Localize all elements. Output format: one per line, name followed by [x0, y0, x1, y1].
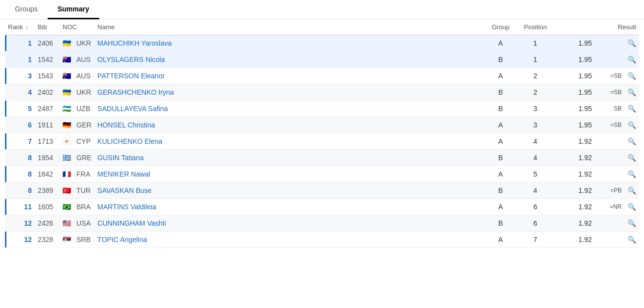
col-header-noc: NOC: [60, 19, 94, 35]
col-header-rank: Rank ↑: [5, 19, 35, 35]
name-cell[interactable]: HONSEL Christina: [94, 117, 486, 133]
result-cell: 1.92: [555, 150, 595, 166]
note-cell: [595, 215, 625, 232]
noc-cell: 🇨🇾 CYP: [60, 133, 94, 150]
detail-icon[interactable]: 🔍: [625, 150, 639, 166]
flag-cyp: 🇨🇾: [63, 137, 74, 145]
bib-cell: 1543: [35, 68, 60, 84]
detail-icon[interactable]: 🔍: [625, 68, 639, 84]
group-cell: B: [486, 84, 515, 101]
result-cell: 1.95: [555, 35, 595, 52]
flag-usa: 🇺🇸: [63, 219, 74, 227]
position-cell: 1: [515, 52, 555, 68]
position-cell: 1: [515, 35, 555, 52]
rank-cell: 3: [5, 68, 35, 84]
rank-cell: 4: [5, 84, 35, 101]
rank-cell: 5: [5, 101, 35, 117]
detail-icon[interactable]: 🔍: [625, 183, 639, 199]
note-cell: [595, 52, 625, 68]
note-cell: [595, 35, 625, 52]
group-cell: A: [486, 35, 515, 52]
detail-icon[interactable]: 🔍: [625, 166, 639, 183]
bib-cell: 1911: [35, 117, 60, 133]
rank-cell: 12: [5, 232, 35, 248]
name-cell[interactable]: MARTINS Valdileia: [94, 199, 486, 215]
result-cell: 1.95: [555, 84, 595, 101]
name-cell[interactable]: KULICHENKO Elena: [94, 133, 486, 150]
detail-icon[interactable]: 🔍: [625, 35, 639, 52]
table-row: 7 1713 🇨🇾 CYP KULICHENKO Elena A 4 1.92 …: [5, 133, 639, 150]
name-cell[interactable]: PATTERSON Eleanor: [94, 68, 486, 84]
table-row: 8 1954 🇬🇷 GRE GUSIN Tatiana B 4 1.92 🔍: [5, 150, 639, 166]
tab-groups[interactable]: Groups: [5, 0, 48, 19]
bib-cell: 2406: [35, 35, 60, 52]
note-cell: =NR: [595, 199, 625, 215]
name-cell[interactable]: GERASHCHENKO Iryna: [94, 84, 486, 101]
detail-icon[interactable]: 🔍: [625, 117, 639, 133]
table-row: 3 1543 🇦🇺 AUS PATTERSON Eleanor A 2 1.95…: [5, 68, 639, 84]
result-cell: 1.92: [555, 199, 595, 215]
name-cell[interactable]: MAHUCHIKH Yaroslava: [94, 35, 486, 52]
group-cell: A: [486, 68, 515, 84]
flag-fra: 🇫🇷: [63, 170, 74, 178]
detail-icon[interactable]: 🔍: [625, 101, 639, 117]
col-header-group: Group: [486, 19, 515, 35]
results-table-container: Rank ↑ Bib NOC Name Group Position Resul…: [0, 19, 644, 248]
noc-cell: 🇺🇸 USA: [60, 215, 94, 232]
detail-icon[interactable]: 🔍: [625, 84, 639, 101]
group-cell: B: [486, 183, 515, 199]
tabs-container: Groups Summary: [0, 0, 644, 19]
noc-cell: 🇹🇷 TUR: [60, 183, 94, 199]
noc-cell: 🇺🇦 UKR: [60, 35, 94, 52]
name-cell[interactable]: GUSIN Tatiana: [94, 150, 486, 166]
detail-icon[interactable]: 🔍: [625, 199, 639, 215]
group-cell: A: [486, 199, 515, 215]
noc-cell: 🇦🇺 AUS: [60, 52, 94, 68]
table-row: 6 1911 🇩🇪 GER HONSEL Christina A 3 1.95 …: [5, 117, 639, 133]
detail-icon[interactable]: 🔍: [625, 133, 639, 150]
bib-cell: 1542: [35, 52, 60, 68]
bib-cell: 2487: [35, 101, 60, 117]
col-header-position: Position: [515, 19, 555, 35]
name-cell[interactable]: CUNNINGHAM Vashti: [94, 215, 486, 232]
flag-ukr: 🇺🇦: [63, 88, 74, 96]
detail-icon[interactable]: 🔍: [625, 215, 639, 232]
flag-bra: 🇧🇷: [63, 203, 74, 211]
rank-cell: 12: [5, 215, 35, 232]
noc-cell: 🇦🇺 AUS: [60, 68, 94, 84]
name-cell[interactable]: TOPIC Angelina: [94, 232, 486, 248]
group-cell: B: [486, 215, 515, 232]
name-cell[interactable]: SAVASKAN Buse: [94, 183, 486, 199]
position-cell: 7: [515, 232, 555, 248]
detail-icon[interactable]: 🔍: [625, 232, 639, 248]
name-cell[interactable]: MENIKER Nawal: [94, 166, 486, 183]
detail-icon[interactable]: 🔍: [625, 52, 639, 68]
position-cell: 3: [515, 101, 555, 117]
flag-tur: 🇹🇷: [63, 186, 74, 194]
result-cell: 1.92: [555, 183, 595, 199]
noc-cell: 🇺🇦 UKR: [60, 84, 94, 101]
position-cell: 4: [515, 133, 555, 150]
name-cell[interactable]: OLYSLAGERS Nicola: [94, 52, 486, 68]
note-cell: [595, 133, 625, 150]
result-cell: 1.95: [555, 68, 595, 84]
flag-uzb: 🇺🇿: [63, 105, 74, 113]
rank-cell: 7: [5, 133, 35, 150]
col-header-name: Name: [94, 19, 486, 35]
bib-cell: 2402: [35, 84, 60, 101]
note-cell: =PB: [595, 183, 625, 199]
table-row: 1 2406 🇺🇦 UKR MAHUCHIKH Yaroslava A 1 1.…: [5, 35, 639, 52]
table-row: 4 2402 🇺🇦 UKR GERASHCHENKO Iryna B 2 1.9…: [5, 84, 639, 101]
tab-summary[interactable]: Summary: [48, 0, 99, 19]
group-cell: B: [486, 101, 515, 117]
noc-cell: 🇬🇷 GRE: [60, 150, 94, 166]
table-row: 5 2487 🇺🇿 UZB SADULLAYEVA Safina B 3 1.9…: [5, 101, 639, 117]
rank-cell: 8: [5, 150, 35, 166]
note-cell: SB: [595, 101, 625, 117]
table-row: 11 1605 🇧🇷 BRA MARTINS Valdileia A 6 1.9…: [5, 199, 639, 215]
bib-cell: 2328: [35, 232, 60, 248]
flag-gre: 🇬🇷: [63, 154, 74, 162]
sort-icon[interactable]: ↑: [26, 24, 29, 30]
name-cell[interactable]: SADULLAYEVA Safina: [94, 101, 486, 117]
rank-cell: 6: [5, 117, 35, 133]
